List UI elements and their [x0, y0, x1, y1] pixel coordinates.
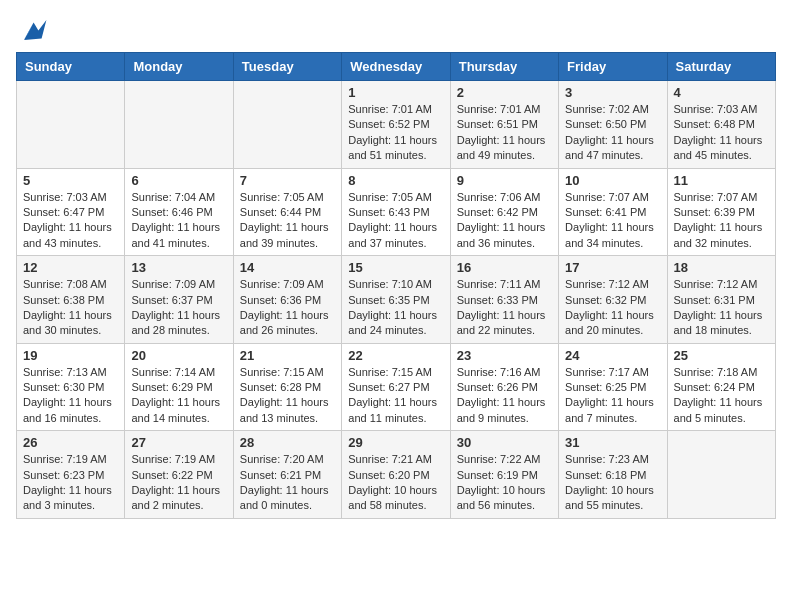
day-info: Sunrise: 7:09 AM Sunset: 6:37 PM Dayligh…	[131, 277, 226, 339]
weekday-header: Friday	[559, 53, 667, 81]
day-info: Sunrise: 7:16 AM Sunset: 6:26 PM Dayligh…	[457, 365, 552, 427]
day-number: 1	[348, 85, 443, 100]
day-info: Sunrise: 7:09 AM Sunset: 6:36 PM Dayligh…	[240, 277, 335, 339]
day-info: Sunrise: 7:01 AM Sunset: 6:52 PM Dayligh…	[348, 102, 443, 164]
calendar-cell: 3Sunrise: 7:02 AM Sunset: 6:50 PM Daylig…	[559, 81, 667, 169]
calendar-cell: 31Sunrise: 7:23 AM Sunset: 6:18 PM Dayli…	[559, 431, 667, 519]
day-info: Sunrise: 7:07 AM Sunset: 6:39 PM Dayligh…	[674, 190, 769, 252]
calendar-week-row: 19Sunrise: 7:13 AM Sunset: 6:30 PM Dayli…	[17, 343, 776, 431]
day-info: Sunrise: 7:15 AM Sunset: 6:28 PM Dayligh…	[240, 365, 335, 427]
day-info: Sunrise: 7:23 AM Sunset: 6:18 PM Dayligh…	[565, 452, 660, 514]
day-info: Sunrise: 7:22 AM Sunset: 6:19 PM Dayligh…	[457, 452, 552, 514]
day-info: Sunrise: 7:18 AM Sunset: 6:24 PM Dayligh…	[674, 365, 769, 427]
day-number: 6	[131, 173, 226, 188]
day-number: 15	[348, 260, 443, 275]
day-number: 27	[131, 435, 226, 450]
day-number: 16	[457, 260, 552, 275]
day-info: Sunrise: 7:11 AM Sunset: 6:33 PM Dayligh…	[457, 277, 552, 339]
day-info: Sunrise: 7:17 AM Sunset: 6:25 PM Dayligh…	[565, 365, 660, 427]
day-info: Sunrise: 7:19 AM Sunset: 6:23 PM Dayligh…	[23, 452, 118, 514]
calendar-week-row: 1Sunrise: 7:01 AM Sunset: 6:52 PM Daylig…	[17, 81, 776, 169]
calendar-cell: 19Sunrise: 7:13 AM Sunset: 6:30 PM Dayli…	[17, 343, 125, 431]
calendar-cell	[667, 431, 775, 519]
day-number: 20	[131, 348, 226, 363]
calendar-cell: 5Sunrise: 7:03 AM Sunset: 6:47 PM Daylig…	[17, 168, 125, 256]
day-info: Sunrise: 7:13 AM Sunset: 6:30 PM Dayligh…	[23, 365, 118, 427]
calendar-week-row: 5Sunrise: 7:03 AM Sunset: 6:47 PM Daylig…	[17, 168, 776, 256]
calendar-cell: 22Sunrise: 7:15 AM Sunset: 6:27 PM Dayli…	[342, 343, 450, 431]
day-number: 18	[674, 260, 769, 275]
day-info: Sunrise: 7:19 AM Sunset: 6:22 PM Dayligh…	[131, 452, 226, 514]
day-number: 22	[348, 348, 443, 363]
calendar-week-row: 26Sunrise: 7:19 AM Sunset: 6:23 PM Dayli…	[17, 431, 776, 519]
calendar-cell: 18Sunrise: 7:12 AM Sunset: 6:31 PM Dayli…	[667, 256, 775, 344]
calendar-cell: 13Sunrise: 7:09 AM Sunset: 6:37 PM Dayli…	[125, 256, 233, 344]
day-number: 13	[131, 260, 226, 275]
day-info: Sunrise: 7:02 AM Sunset: 6:50 PM Dayligh…	[565, 102, 660, 164]
day-info: Sunrise: 7:04 AM Sunset: 6:46 PM Dayligh…	[131, 190, 226, 252]
weekday-header: Sunday	[17, 53, 125, 81]
day-info: Sunrise: 7:07 AM Sunset: 6:41 PM Dayligh…	[565, 190, 660, 252]
calendar-cell: 24Sunrise: 7:17 AM Sunset: 6:25 PM Dayli…	[559, 343, 667, 431]
day-number: 26	[23, 435, 118, 450]
day-number: 30	[457, 435, 552, 450]
day-info: Sunrise: 7:15 AM Sunset: 6:27 PM Dayligh…	[348, 365, 443, 427]
calendar-cell: 26Sunrise: 7:19 AM Sunset: 6:23 PM Dayli…	[17, 431, 125, 519]
calendar-table: SundayMondayTuesdayWednesdayThursdayFrid…	[16, 52, 776, 519]
weekday-header: Tuesday	[233, 53, 341, 81]
calendar-cell: 10Sunrise: 7:07 AM Sunset: 6:41 PM Dayli…	[559, 168, 667, 256]
logo	[16, 16, 52, 44]
day-info: Sunrise: 7:05 AM Sunset: 6:44 PM Dayligh…	[240, 190, 335, 252]
day-number: 9	[457, 173, 552, 188]
day-info: Sunrise: 7:14 AM Sunset: 6:29 PM Dayligh…	[131, 365, 226, 427]
calendar-cell: 14Sunrise: 7:09 AM Sunset: 6:36 PM Dayli…	[233, 256, 341, 344]
day-number: 19	[23, 348, 118, 363]
page-header	[16, 16, 776, 44]
day-number: 31	[565, 435, 660, 450]
calendar-cell: 20Sunrise: 7:14 AM Sunset: 6:29 PM Dayli…	[125, 343, 233, 431]
calendar-cell: 15Sunrise: 7:10 AM Sunset: 6:35 PM Dayli…	[342, 256, 450, 344]
calendar-cell: 7Sunrise: 7:05 AM Sunset: 6:44 PM Daylig…	[233, 168, 341, 256]
day-number: 14	[240, 260, 335, 275]
calendar-cell: 23Sunrise: 7:16 AM Sunset: 6:26 PM Dayli…	[450, 343, 558, 431]
day-info: Sunrise: 7:06 AM Sunset: 6:42 PM Dayligh…	[457, 190, 552, 252]
calendar-cell: 21Sunrise: 7:15 AM Sunset: 6:28 PM Dayli…	[233, 343, 341, 431]
day-info: Sunrise: 7:01 AM Sunset: 6:51 PM Dayligh…	[457, 102, 552, 164]
calendar-cell	[17, 81, 125, 169]
day-info: Sunrise: 7:12 AM Sunset: 6:31 PM Dayligh…	[674, 277, 769, 339]
calendar-cell: 2Sunrise: 7:01 AM Sunset: 6:51 PM Daylig…	[450, 81, 558, 169]
day-number: 2	[457, 85, 552, 100]
calendar-cell: 27Sunrise: 7:19 AM Sunset: 6:22 PM Dayli…	[125, 431, 233, 519]
calendar-week-row: 12Sunrise: 7:08 AM Sunset: 6:38 PM Dayli…	[17, 256, 776, 344]
day-number: 29	[348, 435, 443, 450]
weekday-header-row: SundayMondayTuesdayWednesdayThursdayFrid…	[17, 53, 776, 81]
calendar-cell: 30Sunrise: 7:22 AM Sunset: 6:19 PM Dayli…	[450, 431, 558, 519]
day-number: 17	[565, 260, 660, 275]
weekday-header: Thursday	[450, 53, 558, 81]
svg-marker-0	[24, 20, 46, 40]
calendar-cell: 29Sunrise: 7:21 AM Sunset: 6:20 PM Dayli…	[342, 431, 450, 519]
day-number: 24	[565, 348, 660, 363]
calendar-cell: 17Sunrise: 7:12 AM Sunset: 6:32 PM Dayli…	[559, 256, 667, 344]
calendar-cell	[125, 81, 233, 169]
calendar-cell: 11Sunrise: 7:07 AM Sunset: 6:39 PM Dayli…	[667, 168, 775, 256]
day-info: Sunrise: 7:20 AM Sunset: 6:21 PM Dayligh…	[240, 452, 335, 514]
calendar-cell: 28Sunrise: 7:20 AM Sunset: 6:21 PM Dayli…	[233, 431, 341, 519]
day-info: Sunrise: 7:03 AM Sunset: 6:47 PM Dayligh…	[23, 190, 118, 252]
day-info: Sunrise: 7:05 AM Sunset: 6:43 PM Dayligh…	[348, 190, 443, 252]
day-info: Sunrise: 7:03 AM Sunset: 6:48 PM Dayligh…	[674, 102, 769, 164]
calendar-cell: 16Sunrise: 7:11 AM Sunset: 6:33 PM Dayli…	[450, 256, 558, 344]
day-number: 10	[565, 173, 660, 188]
day-number: 12	[23, 260, 118, 275]
day-number: 28	[240, 435, 335, 450]
calendar-cell: 4Sunrise: 7:03 AM Sunset: 6:48 PM Daylig…	[667, 81, 775, 169]
weekday-header: Saturday	[667, 53, 775, 81]
day-number: 8	[348, 173, 443, 188]
calendar-cell: 6Sunrise: 7:04 AM Sunset: 6:46 PM Daylig…	[125, 168, 233, 256]
day-number: 23	[457, 348, 552, 363]
day-info: Sunrise: 7:08 AM Sunset: 6:38 PM Dayligh…	[23, 277, 118, 339]
day-number: 7	[240, 173, 335, 188]
calendar-cell: 1Sunrise: 7:01 AM Sunset: 6:52 PM Daylig…	[342, 81, 450, 169]
weekday-header: Wednesday	[342, 53, 450, 81]
day-info: Sunrise: 7:12 AM Sunset: 6:32 PM Dayligh…	[565, 277, 660, 339]
